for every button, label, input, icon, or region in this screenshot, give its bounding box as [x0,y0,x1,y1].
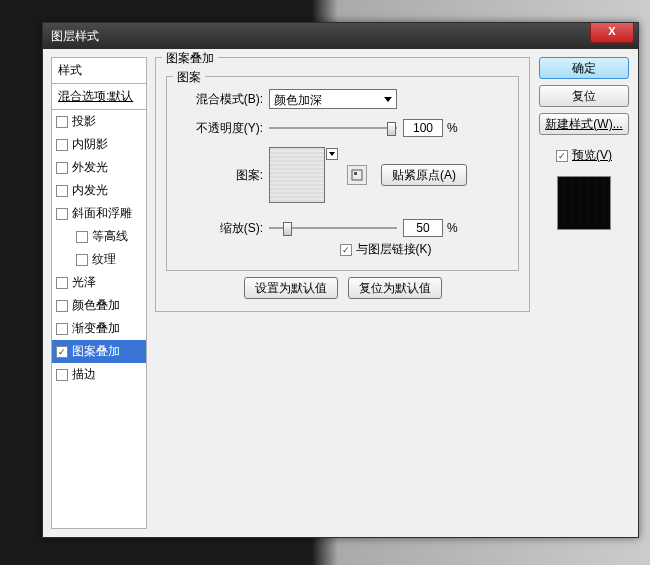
style-item-label: 斜面和浮雕 [72,205,132,222]
style-checkbox[interactable] [56,369,68,381]
opacity-percent: % [447,121,458,135]
opacity-row: 不透明度(Y): 100 % [177,119,508,137]
new-style-button[interactable]: 新建样式(W)... [539,113,629,135]
blend-mode-select[interactable]: 颜色加深 [269,89,397,109]
style-item-8[interactable]: 颜色叠加 [52,294,146,317]
new-preset-icon[interactable] [347,165,367,185]
style-item-3[interactable]: 内发光 [52,179,146,202]
close-button[interactable]: X [590,23,634,43]
preview-swatch [557,176,611,230]
reset-default-button[interactable]: 复位为默认值 [348,277,442,299]
style-item-label: 颜色叠加 [72,297,120,314]
link-layer-row[interactable]: 与图层链接(K) [263,241,508,258]
ok-button[interactable]: 确定 [539,57,629,79]
pattern-label: 图案: [177,167,263,184]
style-item-4[interactable]: 斜面和浮雕 [52,202,146,225]
scale-percent: % [447,221,458,235]
style-item-2[interactable]: 外发光 [52,156,146,179]
scale-row: 缩放(S): 50 % [177,219,508,237]
style-checkbox[interactable] [56,300,68,312]
style-checkbox[interactable] [56,185,68,197]
pattern-overlay-group: 图案叠加 图案 混合模式(B): 颜色加深 不透明度(Y): [155,57,530,312]
dialog-body: 样式 混合选项:默认 投影内阴影外发光内发光斜面和浮雕等高线纹理光泽颜色叠加渐变… [43,49,638,537]
opacity-slider[interactable] [269,120,397,136]
link-layer-checkbox[interactable] [340,244,352,256]
style-item-10[interactable]: 图案叠加 [52,340,146,363]
style-item-6[interactable]: 纹理 [52,248,146,271]
cancel-button[interactable]: 复位 [539,85,629,107]
group-legend: 图案叠加 [162,50,218,67]
style-item-label: 投影 [72,113,96,130]
preview-row[interactable]: 预览(V) [556,147,612,164]
svg-rect-1 [354,172,357,175]
dialog-title: 图层样式 [43,29,99,43]
style-item-5[interactable]: 等高线 [52,225,146,248]
style-checkbox[interactable] [56,116,68,128]
style-item-0[interactable]: 投影 [52,110,146,133]
scale-label: 缩放(S): [177,220,263,237]
blend-mode-label: 混合模式(B): [177,91,263,108]
pattern-subgroup: 图案 混合模式(B): 颜色加深 不透明度(Y): 100 [166,76,519,271]
opacity-input[interactable]: 100 [403,119,443,137]
style-checkbox[interactable] [56,139,68,151]
style-item-label: 内阴影 [72,136,108,153]
styles-list: 样式 混合选项:默认 投影内阴影外发光内发光斜面和浮雕等高线纹理光泽颜色叠加渐变… [51,57,147,529]
style-checkbox[interactable] [56,323,68,335]
style-checkbox[interactable] [56,162,68,174]
style-item-label: 等高线 [92,228,128,245]
style-item-1[interactable]: 内阴影 [52,133,146,156]
style-item-7[interactable]: 光泽 [52,271,146,294]
scale-slider[interactable] [269,220,397,236]
style-item-label: 内发光 [72,182,108,199]
settings-panel: 图案叠加 图案 混合模式(B): 颜色加深 不透明度(Y): [155,57,530,529]
style-checkbox[interactable] [56,208,68,220]
styles-header[interactable]: 样式 [52,58,146,84]
style-item-11[interactable]: 描边 [52,363,146,386]
pattern-swatch[interactable] [269,147,325,203]
blend-options-header[interactable]: 混合选项:默认 [52,84,146,110]
link-layer-label: 与图层链接(K) [356,241,432,258]
style-checkbox[interactable] [56,346,68,358]
preview-checkbox[interactable] [556,150,568,162]
opacity-label: 不透明度(Y): [177,120,263,137]
layer-style-dialog: 图层样式 X 样式 混合选项:默认 投影内阴影外发光内发光斜面和浮雕等高线纹理光… [42,22,639,538]
style-item-label: 外发光 [72,159,108,176]
style-item-label: 光泽 [72,274,96,291]
preview-label: 预览(V) [572,147,612,164]
style-item-label: 描边 [72,366,96,383]
style-item-9[interactable]: 渐变叠加 [52,317,146,340]
set-default-button[interactable]: 设置为默认值 [244,277,338,299]
pattern-row: 图案: 贴紧原点(A) [177,147,508,203]
style-item-label: 渐变叠加 [72,320,120,337]
titlebar[interactable]: 图层样式 X [43,23,638,49]
style-checkbox[interactable] [76,231,88,243]
sub-legend: 图案 [173,69,205,86]
blend-mode-row: 混合模式(B): 颜色加深 [177,89,508,109]
style-checkbox[interactable] [76,254,88,266]
scale-input[interactable]: 50 [403,219,443,237]
right-column: 确定 复位 新建样式(W)... 预览(V) [538,57,630,529]
snap-origin-button[interactable]: 贴紧原点(A) [381,164,467,186]
pattern-dropdown-icon[interactable] [326,148,338,160]
main-column: 图案叠加 图案 混合模式(B): 颜色加深 不透明度(Y): [155,57,630,529]
style-item-label: 图案叠加 [72,343,120,360]
defaults-row: 设置为默认值 复位为默认值 [166,277,519,299]
style-checkbox[interactable] [56,277,68,289]
style-item-label: 纹理 [92,251,116,268]
